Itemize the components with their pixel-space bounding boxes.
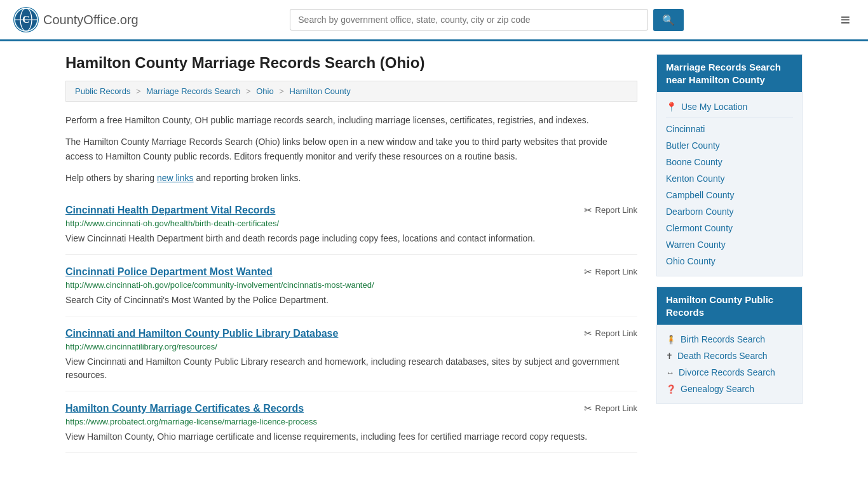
new-links-link[interactable]: new links [157, 173, 194, 183]
death-records-link[interactable]: Death Records Search [677, 351, 768, 361]
location-pin-icon: 📍 [666, 102, 677, 112]
sidebar-item-birth-records[interactable]: 🧍 Birth Records Search [666, 331, 793, 348]
clermont-link[interactable]: Clermont County [666, 223, 733, 233]
divorce-records-link[interactable]: Divorce Records Search [679, 367, 775, 377]
sidebar-item-warren[interactable]: Warren County [666, 236, 793, 253]
sidebar-item-cincinnati[interactable]: Cincinnati [666, 121, 793, 137]
record-title[interactable]: Cincinnati Health Department Vital Recor… [65, 205, 275, 216]
report-link-button[interactable]: ✂ Report Link [584, 328, 637, 339]
report-link-button[interactable]: ✂ Report Link [584, 266, 637, 278]
description-2: The Hamilton County Marriage Records Sea… [65, 135, 637, 163]
description-3: Help others by sharing new links and rep… [65, 171, 637, 185]
page-title: Hamilton County Marriage Records Search … [65, 54, 637, 72]
arrows-icon: ↔ [666, 368, 674, 377]
report-icon: ✂ [584, 403, 592, 414]
sidebar: Marriage Records Search near Hamilton Co… [656, 54, 803, 453]
use-my-location-link[interactable]: Use My Location [681, 102, 747, 112]
sidebar-nearby-body: 📍 Use My Location Cincinnati Butler Coun… [657, 92, 802, 276]
campbell-link[interactable]: Campbell County [666, 190, 734, 200]
kenton-link[interactable]: Kenton County [666, 173, 725, 184]
header: C CountyOffice.org 🔍 ≡ [0, 0, 868, 41]
birth-records-link[interactable]: Birth Records Search [681, 334, 765, 344]
logo-area: C CountyOffice.org [13, 6, 139, 33]
warren-link[interactable]: Warren County [666, 240, 726, 250]
record-desc: View Cincinnati Health Department birth … [65, 232, 637, 245]
breadcrumb-hamilton[interactable]: Hamilton County [290, 86, 351, 96]
report-icon: ✂ [584, 266, 592, 278]
record-entry: Cincinnati and Hamilton County Public Li… [65, 316, 637, 391]
sidebar-item-death-records[interactable]: ✝ Death Records Search [666, 348, 793, 364]
question-icon: ❓ [666, 384, 676, 394]
record-desc: View Hamilton County, Ohio marriage cert… [65, 430, 637, 444]
record-entry: Hamilton County Marriage Certificates & … [65, 391, 637, 453]
sidebar-item-genealogy[interactable]: ❓ Genealogy Search [666, 381, 793, 397]
dearborn-link[interactable]: Dearborn County [666, 207, 734, 217]
record-entry: Cincinnati Health Department Vital Recor… [65, 193, 637, 255]
content-wrapper: Hamilton County Marriage Records Search … [53, 41, 815, 466]
record-url[interactable]: http://www.cincinnatilibrary.org/resourc… [65, 342, 637, 351]
record-title[interactable]: Cincinnati and Hamilton County Public Li… [65, 328, 338, 339]
record-title[interactable]: Hamilton County Marriage Certificates & … [65, 403, 304, 414]
sidebar-item-divorce-records[interactable]: ↔ Divorce Records Search [666, 364, 793, 381]
logo-text: CountyOffice.org [43, 13, 139, 27]
breadcrumb-public-records[interactable]: Public Records [75, 86, 130, 96]
sidebar-item-butler[interactable]: Butler County [666, 137, 793, 154]
record-url[interactable]: http://www.cincinnati-oh.gov/police/comm… [65, 280, 637, 290]
genealogy-link[interactable]: Genealogy Search [681, 384, 754, 394]
breadcrumb: Public Records > Marriage Records Search… [65, 81, 637, 102]
main-content: Hamilton County Marriage Records Search … [65, 54, 637, 453]
record-desc: Search City of Cincinnati's Most Wanted … [65, 294, 637, 307]
breadcrumb-ohio[interactable]: Ohio [256, 86, 273, 96]
report-link-button[interactable]: ✂ Report Link [584, 205, 637, 216]
boone-link[interactable]: Boone County [666, 157, 722, 167]
person-icon: 🧍 [666, 335, 676, 344]
record-title[interactable]: Cincinnati Police Department Most Wanted [65, 266, 273, 278]
search-button[interactable]: 🔍 [653, 9, 684, 31]
sidebar-item-dearborn[interactable]: Dearborn County [666, 203, 793, 220]
search-input[interactable] [290, 9, 648, 30]
ohio-link[interactable]: Ohio County [666, 256, 715, 266]
report-icon: ✂ [584, 328, 592, 339]
sidebar-item-kenton[interactable]: Kenton County [666, 170, 793, 187]
record-entry: Cincinnati Police Department Most Wanted… [65, 255, 637, 316]
sidebar-item-clermont[interactable]: Clermont County [666, 220, 793, 236]
description-1: Perform a free Hamilton County, OH publi… [65, 113, 637, 127]
search-area: 🔍 [290, 9, 684, 31]
report-icon: ✂ [584, 205, 592, 216]
sidebar-item-ohio[interactable]: Ohio County [666, 253, 793, 269]
menu-button[interactable]: ≡ [836, 9, 855, 30]
sidebar-public-records-body: 🧍 Birth Records Search ✝ Death Records S… [657, 325, 802, 403]
cincinnati-link[interactable]: Cincinnati [666, 124, 705, 134]
sidebar-public-records-title: Hamilton County Public Records [657, 287, 802, 325]
sidebar-nearby-section: Marriage Records Search near Hamilton Co… [656, 54, 803, 276]
record-url[interactable]: http://www.cincinnati-oh.gov/health/birt… [65, 219, 637, 228]
report-link-button[interactable]: ✂ Report Link [584, 403, 637, 414]
breadcrumb-marriage-records[interactable]: Marriage Records Search [146, 86, 240, 96]
sidebar-item-location[interactable]: 📍 Use My Location [666, 98, 793, 115]
sidebar-nearby-title: Marriage Records Search near Hamilton Co… [657, 55, 802, 92]
cross-icon: ✝ [666, 351, 673, 361]
butler-link[interactable]: Butler County [666, 140, 720, 151]
logo-icon: C [13, 6, 39, 33]
sidebar-public-records-section: Hamilton County Public Records 🧍 Birth R… [656, 287, 803, 404]
record-url[interactable]: https://www.probatect.org/marriage-licen… [65, 417, 637, 426]
sidebar-item-boone[interactable]: Boone County [666, 154, 793, 170]
records-list: Cincinnati Health Department Vital Recor… [65, 193, 637, 453]
sidebar-item-campbell[interactable]: Campbell County [666, 187, 793, 203]
record-desc: View Cincinnati and Hamilton County Publ… [65, 355, 637, 382]
